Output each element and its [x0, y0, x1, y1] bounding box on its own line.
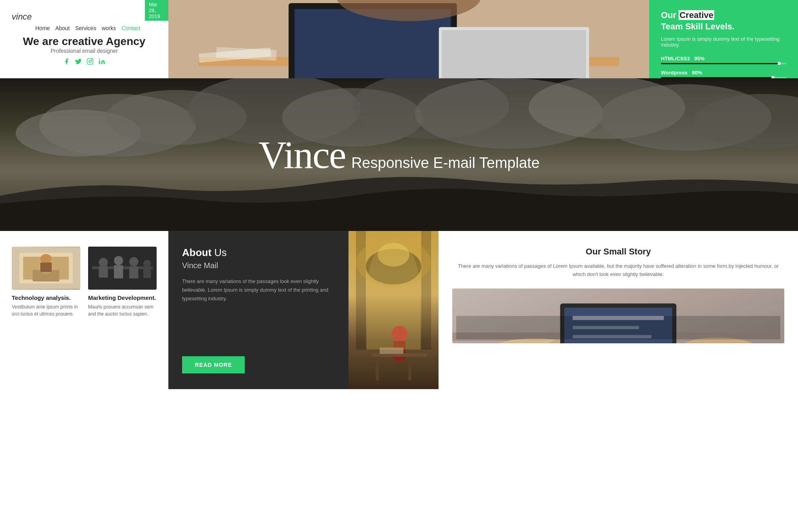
- svg-rect-55: [376, 357, 379, 381]
- date-badge: Mar 28, 2019: [145, 0, 168, 21]
- skill-wordpress: Wordpress 90%: [661, 70, 786, 78]
- svg-rect-54: [372, 353, 427, 357]
- svg-rect-69: [572, 335, 651, 338]
- story-image: [452, 289, 784, 343]
- svg-point-34: [40, 254, 52, 263]
- skills-panel: Our Creative Team Skill Levels. Lorem Ip…: [649, 0, 798, 78]
- svg-rect-57: [380, 348, 404, 354]
- about-title: About Us: [182, 247, 335, 259]
- hero-section: Vince Responsive E-mail Template: [0, 78, 798, 231]
- social-icons: [12, 58, 157, 67]
- service-item-2: Marketing Development. Mauris posuere ac…: [88, 247, 157, 317]
- story-description: There are many variations of passages of…: [452, 262, 784, 279]
- nav-home[interactable]: Home: [35, 25, 50, 31]
- svg-point-44: [143, 260, 151, 267]
- svg-point-1: [89, 60, 91, 63]
- skills-title-highlight: Creative: [679, 10, 714, 20]
- svg-rect-58: [452, 289, 784, 343]
- skills-description: Lorem Ipsum is simply dummy text of the …: [661, 36, 786, 48]
- nav-contact[interactable]: Contact: [121, 25, 140, 31]
- nav-services[interactable]: Services: [75, 25, 96, 31]
- skill-html: HTML/CSS3 95%: [661, 56, 786, 64]
- svg-rect-39: [99, 266, 108, 278]
- service-title-2: Marketing Development.: [88, 294, 157, 301]
- hero-content: Vince Responsive E-mail Template: [258, 132, 540, 177]
- svg-rect-43: [129, 266, 138, 278]
- hero-image: [168, 0, 649, 78]
- main-nav: Home About Services works Contact: [35, 25, 157, 31]
- bottom-section: Technology analysis. Vestibulum ante ips…: [0, 231, 798, 389]
- skills-title: Our Creative Team Skill Levels.: [661, 10, 786, 32]
- facebook-icon[interactable]: [63, 58, 70, 67]
- top-left-panel: vince Mar 28, 2019 Home About Services w…: [0, 0, 168, 78]
- site-logo: vince: [12, 12, 157, 22]
- svg-rect-0: [87, 58, 93, 64]
- svg-rect-65: [564, 307, 672, 343]
- svg-rect-3: [99, 60, 100, 64]
- svg-point-51: [378, 243, 410, 267]
- svg-point-4: [99, 58, 100, 60]
- skill-html-fill: [661, 63, 780, 64]
- svg-rect-56: [408, 357, 411, 381]
- linkedin-icon[interactable]: [98, 58, 105, 67]
- svg-rect-67: [572, 316, 664, 320]
- read-more-button[interactable]: READ MORE: [182, 356, 245, 373]
- service-desc-1: Vestibulum ante ipsum primis in orci luc…: [12, 303, 80, 317]
- service-item-1: Technology analysis. Vestibulum ante ips…: [12, 247, 80, 317]
- about-description: There are many variations of the passage…: [182, 277, 335, 344]
- skills-title-text1: Our: [661, 10, 679, 20]
- service-image-2: [88, 247, 157, 290]
- svg-point-2: [91, 60, 92, 60]
- svg-rect-35: [40, 262, 52, 272]
- skill-wordpress-label: Wordpress 90%: [661, 70, 786, 76]
- story-panel: Our Small Story There are many variation…: [439, 231, 798, 389]
- service-image-1: [12, 247, 80, 290]
- hero-photo: [168, 0, 649, 78]
- svg-rect-41: [114, 265, 123, 278]
- hero-brand: Vince: [258, 133, 346, 177]
- skill-html-track: [661, 63, 786, 64]
- instagram-icon[interactable]: [87, 58, 94, 67]
- agency-subtitle: Professional email designer: [12, 48, 157, 54]
- twitter-icon[interactable]: [75, 58, 82, 67]
- svg-rect-11: [442, 30, 586, 78]
- skill-html-label: HTML/CSS3 95%: [661, 56, 786, 61]
- skills-title-text2: Team Skill Levels.: [661, 22, 735, 31]
- nav-about[interactable]: About: [55, 25, 70, 31]
- story-title: Our Small Story: [452, 247, 784, 257]
- about-panel: About Us Vince Mail There are many varia…: [168, 231, 348, 389]
- about-subtitle: Vince Mail: [182, 261, 335, 270]
- svg-point-52: [392, 326, 407, 341]
- svg-rect-68: [572, 326, 639, 329]
- service-items: Technology analysis. Vestibulum ante ips…: [12, 247, 157, 317]
- svg-rect-45: [143, 267, 151, 278]
- services-panel: Technology analysis. Vestibulum ante ips…: [0, 231, 168, 389]
- architecture-image: [348, 231, 439, 389]
- service-desc-2: Mauris posuere accumsan sem and the auct…: [88, 303, 157, 317]
- about-photo: [348, 231, 439, 389]
- nav-works[interactable]: works: [102, 25, 116, 31]
- svg-point-40: [114, 256, 123, 265]
- service-title-1: Technology analysis.: [12, 294, 80, 301]
- agency-title: We are creative Agency: [12, 35, 157, 48]
- svg-point-50: [366, 249, 421, 284]
- hero-tagline: Responsive E-mail Template: [351, 155, 540, 171]
- svg-point-38: [99, 258, 108, 267]
- svg-point-42: [129, 257, 138, 266]
